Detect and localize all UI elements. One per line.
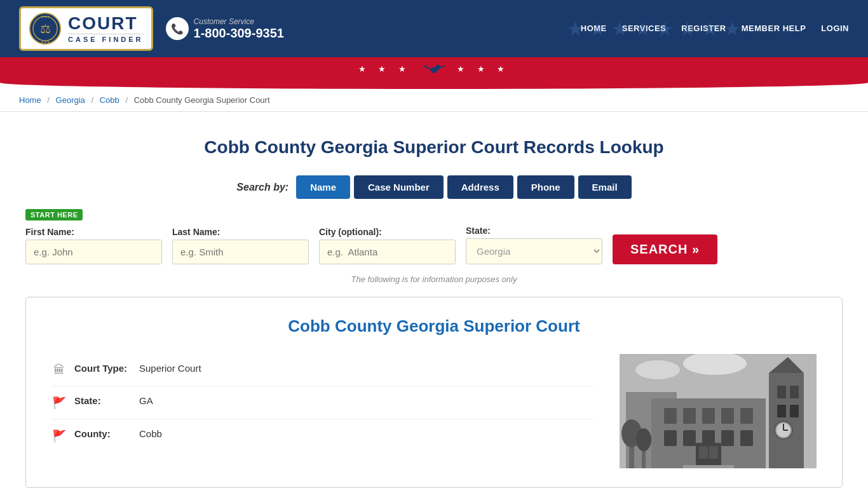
- breadcrumb-current: Cobb County Georgia Superior Court: [134, 95, 270, 105]
- svg-rect-25: [790, 405, 799, 417]
- customer-service: 📞 Customer Service 1-800-309-9351: [166, 17, 284, 41]
- tab-name[interactable]: Name: [296, 175, 350, 199]
- court-state-icon: 🚩: [51, 396, 67, 410]
- breadcrumb-state[interactable]: Georgia: [56, 95, 85, 105]
- last-name-input[interactable]: [172, 240, 309, 264]
- tab-address[interactable]: Address: [447, 175, 513, 199]
- search-form-container: START HERE First Name: Last Name: City (…: [25, 209, 843, 264]
- breadcrumb-home[interactable]: Home: [19, 95, 41, 105]
- info-note: The following is for information purpose…: [25, 274, 843, 284]
- city-field: City (optional):: [319, 227, 456, 264]
- svg-rect-16: [664, 430, 677, 446]
- svg-rect-19: [721, 430, 734, 446]
- site-header: ★ ★ ★ ★ ★ ★ ⚖ COURT CASE FINDER 📞 Custom…: [0, 0, 868, 57]
- start-here-badge: START HERE: [25, 209, 83, 220]
- tab-phone[interactable]: Phone: [517, 175, 574, 199]
- city-input[interactable]: [319, 240, 456, 264]
- svg-rect-33: [709, 446, 718, 459]
- tab-case-number[interactable]: Case Number: [354, 175, 444, 199]
- eagle-stars-right: ★ ★ ★: [457, 64, 510, 74]
- nav-register[interactable]: REGISTER: [681, 24, 726, 34]
- breadcrumb-county[interactable]: Cobb: [100, 95, 119, 105]
- courthouse-photo: [620, 354, 817, 468]
- logo-court-text: COURT: [68, 15, 144, 32]
- svg-rect-20: [740, 430, 753, 446]
- svg-rect-22: [777, 386, 786, 398]
- search-by-tabs-row: Search by: Name Case Number Address Phon…: [25, 175, 843, 199]
- eagle-icon: [421, 60, 447, 78]
- customer-service-phone: 1-800-309-9351: [194, 26, 284, 41]
- breadcrumb-sep-1: /: [47, 95, 50, 105]
- nav-login[interactable]: LOGIN: [821, 24, 849, 34]
- page-title: Cobb County Georgia Superior Court Recor…: [25, 137, 843, 158]
- search-form-row: First Name: Last Name: City (optional): …: [25, 226, 843, 264]
- state-label: State:: [466, 226, 602, 236]
- svg-rect-14: [721, 408, 734, 424]
- court-type-label: Court Type:: [74, 363, 132, 374]
- court-info-body: 🏛 Court Type: Superior Court 🚩 State: GA…: [51, 354, 817, 468]
- search-by-label: Search by:: [236, 182, 288, 193]
- court-type-icon: 🏛: [51, 363, 67, 377]
- svg-rect-11: [664, 408, 677, 424]
- phone-icon: 📞: [166, 17, 189, 40]
- svg-rect-13: [702, 408, 715, 424]
- svg-rect-24: [777, 405, 786, 417]
- breadcrumb: Home / Georgia / Cobb / Cobb County Geor…: [0, 89, 868, 112]
- court-county-value: Cobb: [139, 428, 162, 439]
- svg-point-35: [635, 360, 680, 379]
- eagle-stars-left: ★ ★ ★: [358, 64, 411, 74]
- svg-text:★ ★ ★: ★ ★ ★: [41, 40, 51, 44]
- logo-emblem-icon: ★ ★ ★ ★ ★ ★ ⚖: [29, 12, 62, 45]
- last-name-label: Last Name:: [172, 227, 309, 237]
- svg-rect-34: [683, 465, 734, 468]
- svg-point-40: [636, 428, 651, 451]
- svg-rect-17: [683, 430, 696, 446]
- court-county-icon: 🚩: [51, 429, 67, 443]
- search-button[interactable]: SEARCH »: [613, 234, 717, 264]
- svg-rect-12: [683, 408, 696, 424]
- logo-case-finder-text: CASE FINDER: [68, 34, 144, 43]
- customer-service-label: Customer Service: [194, 17, 284, 26]
- tab-email[interactable]: Email: [578, 175, 632, 199]
- court-details: 🏛 Court Type: Superior Court 🚩 State: GA…: [51, 354, 594, 468]
- svg-text:★ ★ ★: ★ ★ ★: [41, 15, 51, 18]
- courthouse-svg: [620, 354, 817, 468]
- court-detail-row-county: 🚩 County: Cobb: [51, 419, 594, 452]
- wave-decoration: [0, 83, 868, 89]
- first-name-label: First Name:: [25, 227, 162, 237]
- state-field: State: Georgia Alabama Alaska Arizona Ar…: [466, 226, 602, 264]
- court-type-value: Superior Court: [139, 363, 201, 374]
- breadcrumb-sep-2: /: [91, 95, 93, 105]
- eagle-banner: ★ ★ ★ ★ ★ ★: [0, 57, 868, 83]
- nav-member-help[interactable]: MEMBER HELP: [742, 24, 806, 34]
- svg-text:⚖: ⚖: [40, 22, 51, 36]
- state-select[interactable]: Georgia Alabama Alaska Arizona Arkansas …: [466, 238, 602, 264]
- court-info-title: Cobb County Georgia Superior Court: [51, 316, 817, 336]
- first-name-field: First Name:: [25, 227, 162, 264]
- main-nav: HOME SERVICES REGISTER MEMBER HELP LOGIN: [581, 24, 849, 34]
- court-info-box: Cobb County Georgia Superior Court 🏛 Cou…: [25, 297, 843, 488]
- svg-rect-23: [790, 386, 799, 398]
- court-state-value: GA: [139, 395, 153, 406]
- court-county-label: County:: [74, 428, 132, 439]
- nav-services[interactable]: SERVICES: [622, 24, 667, 34]
- breadcrumb-sep-3: /: [125, 95, 128, 105]
- court-detail-row-type: 🏛 Court Type: Superior Court: [51, 354, 594, 386]
- svg-rect-32: [699, 446, 708, 459]
- first-name-input[interactable]: [25, 240, 162, 264]
- city-label: City (optional):: [319, 227, 456, 237]
- svg-rect-15: [740, 408, 753, 424]
- site-logo[interactable]: ★ ★ ★ ★ ★ ★ ⚖ COURT CASE FINDER: [19, 6, 153, 51]
- court-state-label: State:: [74, 395, 132, 406]
- nav-home[interactable]: HOME: [581, 24, 607, 34]
- main-content: Cobb County Georgia Superior Court Recor…: [0, 112, 868, 488]
- court-detail-row-state: 🚩 State: GA: [51, 386, 594, 419]
- last-name-field: Last Name:: [172, 227, 309, 264]
